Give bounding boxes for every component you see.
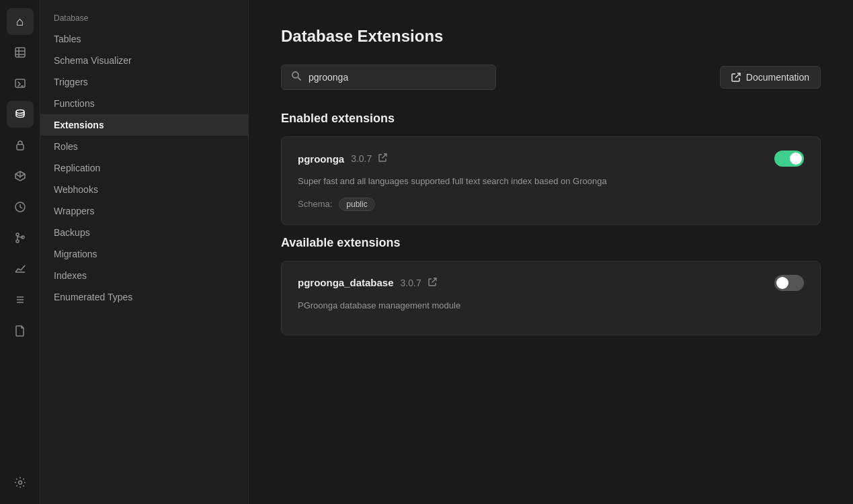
pgroonga-card: pgroonga 3.0.7 Super fast and all langua… bbox=[281, 136, 821, 225]
lock-nav-icon[interactable] bbox=[7, 132, 34, 159]
sidebar-item-backups[interactable]: Backups bbox=[40, 222, 248, 243]
chart-nav-icon[interactable] bbox=[7, 255, 34, 282]
pgroonga-database-toggle-knob bbox=[776, 277, 788, 289]
sidebar: Database Tables Schema Visualizer Trigge… bbox=[40, 0, 249, 504]
sidebar-item-wrappers[interactable]: Wrappers bbox=[40, 200, 248, 222]
svg-point-18 bbox=[292, 72, 298, 78]
pgroonga-version: 3.0.7 bbox=[351, 153, 372, 164]
search-box-container bbox=[281, 65, 496, 90]
svg-line-19 bbox=[298, 78, 301, 81]
pgroonga-schema-badge: public bbox=[339, 198, 374, 211]
pgroonga-name-row: pgroonga 3.0.7 bbox=[298, 153, 387, 165]
schema-label: Schema: bbox=[298, 199, 332, 209]
pgroonga-schema-row: Schema: public bbox=[298, 198, 804, 211]
terminal-nav-icon[interactable] bbox=[7, 70, 34, 97]
search-icon bbox=[291, 71, 302, 84]
pgroonga-external-link-icon[interactable] bbox=[378, 153, 387, 164]
pgroonga-toggle[interactable] bbox=[774, 151, 804, 167]
gear-nav-icon[interactable] bbox=[7, 469, 34, 496]
home-nav-icon[interactable]: ⌂ bbox=[7, 8, 34, 35]
pgroonga-name: pgroonga bbox=[298, 153, 344, 165]
main-content: Database Extensions Documentation Enable… bbox=[249, 0, 853, 504]
pgroonga-toggle-knob bbox=[790, 153, 802, 165]
sidebar-item-migrations[interactable]: Migrations bbox=[40, 243, 248, 265]
file-nav-icon[interactable] bbox=[7, 317, 34, 344]
table-nav-icon[interactable] bbox=[7, 39, 34, 66]
svg-line-21 bbox=[382, 154, 387, 159]
pgroonga-database-name-row: pgroonga_database 3.0.7 bbox=[298, 277, 437, 288]
enabled-section: Enabled extensions pgroonga 3.0.7 bbox=[281, 112, 821, 225]
database-nav-icon[interactable] bbox=[7, 101, 34, 128]
icon-rail: ⌂ bbox=[0, 0, 40, 504]
sidebar-item-enumerated-types[interactable]: Enumerated Types bbox=[40, 286, 248, 308]
svg-point-10 bbox=[16, 240, 19, 243]
svg-point-6 bbox=[16, 110, 24, 114]
sidebar-item-triggers[interactable]: Triggers bbox=[40, 71, 248, 93]
svg-rect-0 bbox=[15, 48, 25, 57]
branch-nav-icon[interactable] bbox=[7, 224, 34, 251]
pgroonga-database-name: pgroonga_database bbox=[298, 277, 394, 288]
documentation-button[interactable]: Documentation bbox=[720, 66, 821, 89]
pgroonga-card-header: pgroonga 3.0.7 bbox=[298, 151, 804, 167]
page-title: Database Extensions bbox=[281, 27, 821, 46]
svg-rect-7 bbox=[17, 144, 24, 150]
sidebar-item-extensions[interactable]: Extensions bbox=[40, 114, 248, 136]
sidebar-section-header: Database bbox=[40, 11, 248, 28]
sidebar-item-replication[interactable]: Replication bbox=[40, 157, 248, 179]
pgroonga-database-card: pgroonga_database 3.0.7 PGroonga databas… bbox=[281, 261, 821, 336]
sidebar-item-webhooks[interactable]: Webhooks bbox=[40, 179, 248, 200]
sidebar-item-schema-visualizer[interactable]: Schema Visualizer bbox=[40, 50, 248, 71]
pgroonga-database-toggle[interactable] bbox=[774, 275, 804, 291]
search-docs-row: Documentation bbox=[281, 65, 821, 90]
docs-button-label: Documentation bbox=[746, 72, 809, 83]
pgroonga-database-version: 3.0.7 bbox=[401, 278, 421, 288]
enabled-section-label: Enabled extensions bbox=[281, 112, 821, 126]
pgroonga-description: Super fast and all languages supported f… bbox=[298, 175, 804, 188]
pgroonga-database-external-link-icon[interactable] bbox=[428, 278, 437, 288]
pgroonga-database-card-header: pgroonga_database 3.0.7 bbox=[298, 275, 804, 291]
clock-nav-icon[interactable] bbox=[7, 194, 34, 220]
svg-line-22 bbox=[432, 278, 436, 283]
box-nav-icon[interactable] bbox=[7, 163, 34, 190]
sidebar-item-tables[interactable]: Tables bbox=[40, 28, 248, 50]
external-link-icon bbox=[731, 73, 741, 82]
pgroonga-database-description: PGroonga database management module bbox=[298, 299, 804, 312]
sidebar-item-indexes[interactable]: Indexes bbox=[40, 265, 248, 286]
search-input[interactable] bbox=[309, 72, 486, 83]
svg-line-20 bbox=[735, 73, 740, 78]
svg-point-9 bbox=[16, 233, 19, 236]
sidebar-item-roles[interactable]: Roles bbox=[40, 136, 248, 157]
svg-point-17 bbox=[18, 481, 22, 485]
available-section: Available extensions pgroonga_database 3… bbox=[281, 236, 821, 336]
list-nav-icon[interactable] bbox=[7, 286, 34, 313]
sidebar-item-functions[interactable]: Functions bbox=[40, 93, 248, 114]
available-section-label: Available extensions bbox=[281, 236, 821, 250]
